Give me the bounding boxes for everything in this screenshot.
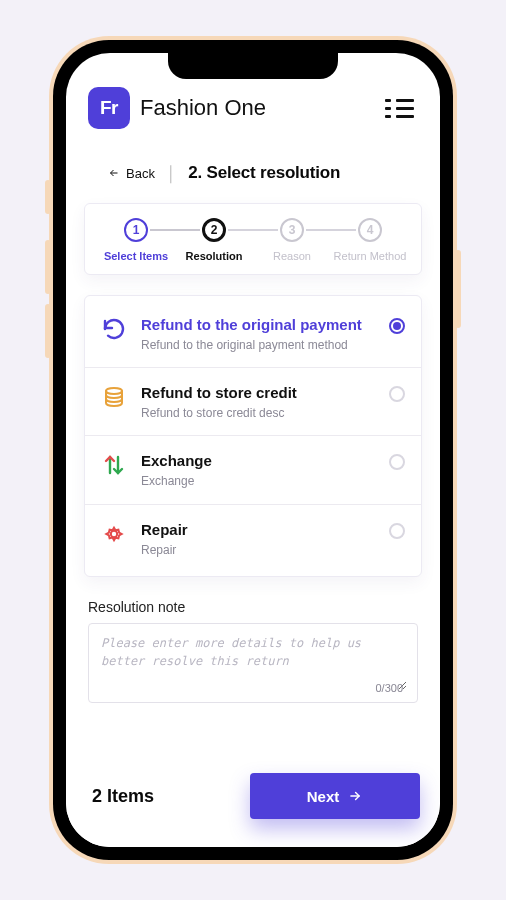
phone-vol-up [45,240,51,294]
step-return-method[interactable]: 4 Return Method [331,218,409,262]
arrow-left-icon [108,167,120,179]
resolution-options: Refund to the original payment Refund to… [84,295,422,577]
step-number: 3 [280,218,304,242]
exchange-icon [101,452,127,478]
step-resolution[interactable]: 2 Resolution [175,218,253,262]
step-number: 2 [202,218,226,242]
stepper: 1 Select Items 2 Resolution 3 Reason 4 R… [85,204,421,274]
svg-point-1 [111,530,117,536]
next-button[interactable]: Next [250,773,420,819]
back-label: Back [126,166,155,181]
option-repair[interactable]: Repair Repair [85,505,421,572]
option-desc: Repair [141,542,375,558]
option-desc: Exchange [141,473,375,489]
arrow-right-icon [347,789,363,803]
brand-logo: Fr [88,87,130,129]
coins-icon [101,384,127,410]
step-label: Reason [273,250,311,262]
option-title: Refund to the original payment [141,316,375,334]
option-title: Exchange [141,452,375,470]
next-label: Next [307,788,340,805]
phone-silence-switch [45,180,51,214]
brand-name: Fashion One [140,95,266,121]
svg-point-0 [106,388,122,394]
phone-power [455,250,461,328]
item-count: 2 Items [92,786,154,807]
title-separator: │ [167,165,176,182]
stepper-card: 1 Select Items 2 Resolution 3 Reason 4 R… [84,203,422,275]
phone-frame: Fr Fashion One Back │ 2. Select resoluti… [53,40,453,860]
note-textarea[interactable] [101,634,407,690]
option-title: Refund to store credit [141,384,375,402]
step-reason[interactable]: 3 Reason [253,218,331,262]
option-desc: Refund to store credit desc [141,405,375,421]
menu-icon[interactable] [381,95,418,122]
note-box: 0/300 [88,623,418,703]
page-title-row: Back │ 2. Select resolution [66,141,440,197]
step-select-items[interactable]: 1 Select Items [97,218,175,262]
note-label: Resolution note [88,599,418,615]
step-label: Return Method [334,250,407,262]
step-number: 4 [358,218,382,242]
note-counter: 0/300 [375,682,403,694]
option-title: Repair [141,521,375,539]
brand: Fr Fashion One [88,87,266,129]
resolution-note-section: Resolution note 0/300 [66,591,440,703]
phone-notch [168,53,338,79]
gear-icon [101,521,127,547]
option-radio[interactable] [389,318,405,334]
refresh-icon [101,316,127,342]
option-refund-original[interactable]: Refund to the original payment Refund to… [85,300,421,368]
option-radio[interactable] [389,386,405,402]
step-label: Resolution [186,250,243,262]
option-desc: Refund to the original payment method [141,337,375,353]
option-exchange[interactable]: Exchange Exchange [85,436,421,504]
app-screen: Fr Fashion One Back │ 2. Select resoluti… [66,53,440,847]
phone-vol-down [45,304,51,358]
footer-bar: 2 Items Next [66,757,440,847]
step-number: 1 [124,218,148,242]
step-label: Select Items [104,250,168,262]
page-title: 2. Select resolution [188,163,340,183]
option-radio[interactable] [389,454,405,470]
option-store-credit[interactable]: Refund to store credit Refund to store c… [85,368,421,436]
back-button[interactable]: Back [108,166,155,181]
option-radio[interactable] [389,523,405,539]
